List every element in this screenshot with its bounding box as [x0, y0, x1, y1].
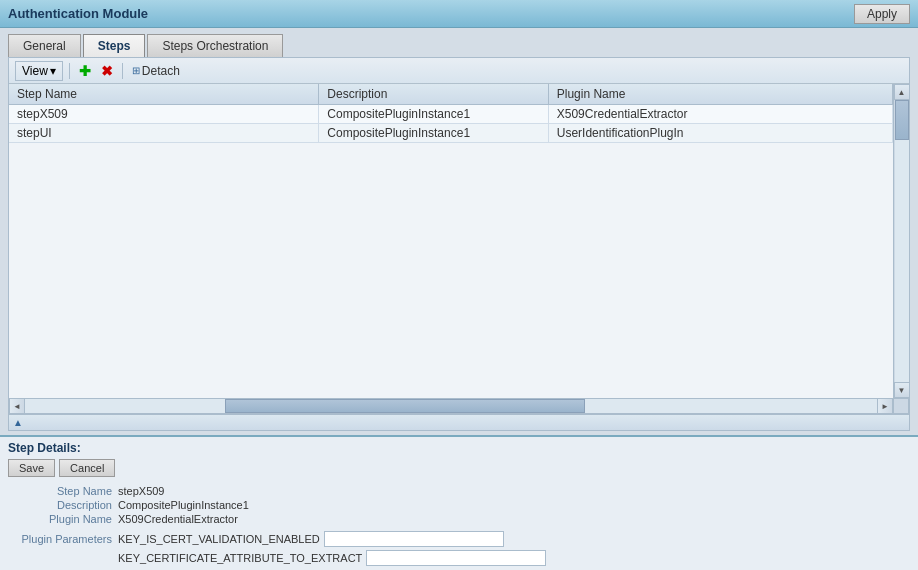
- param-input-1[interactable]: [366, 550, 546, 566]
- col-plugin-name: Plugin Name: [548, 84, 892, 105]
- scroll-down-arrow[interactable]: ▼: [894, 382, 910, 398]
- horizontal-scrollbar[interactable]: ◄ ►: [9, 398, 893, 414]
- plugin-name-value: X509CredentialExtractor: [118, 513, 238, 525]
- table-area: Step Name Description Plugin Name stepX5…: [9, 84, 909, 398]
- cell-step-name: stepX509: [9, 105, 319, 124]
- vertical-scrollbar[interactable]: ▲ ▼: [893, 84, 909, 398]
- scroll-track: [895, 100, 909, 382]
- cell-description: CompositePluginInstance1: [319, 105, 548, 124]
- expand-bar[interactable]: ▲: [9, 414, 909, 430]
- detail-fields: Step Name stepX509 Description Composite…: [8, 485, 910, 566]
- plugin-params-row: Plugin Parameters KEY_IS_CERT_VALIDATION…: [8, 531, 910, 566]
- horiz-scroll-thumb[interactable]: [225, 399, 585, 413]
- tab-general[interactable]: General: [8, 34, 81, 57]
- description-row: Description CompositePluginInstance1: [8, 499, 910, 511]
- table-toolbar: View ▾ ✚ ✖ ⊞ Detach: [9, 58, 909, 84]
- plugin-name-label: Plugin Name: [8, 513, 118, 525]
- scroll-right-arrow[interactable]: ►: [877, 398, 893, 414]
- col-description: Description: [319, 84, 548, 105]
- step-details-header: Step Details:: [8, 441, 910, 455]
- scroll-up-arrow[interactable]: ▲: [894, 84, 910, 100]
- col-step-name: Step Name: [9, 84, 319, 105]
- detach-button[interactable]: ⊞ Detach: [129, 63, 183, 79]
- cell-step-name: stepUI: [9, 124, 319, 143]
- step-details-panel: Step Details: Save Cancel Step Name step…: [0, 435, 918, 570]
- step-name-value: stepX509: [118, 485, 164, 497]
- bottom-scroll-area: ◄ ►: [9, 398, 909, 414]
- expand-icon: ▲: [13, 417, 23, 428]
- step-name-label: Step Name: [8, 485, 118, 497]
- chevron-down-icon: ▾: [50, 64, 56, 78]
- param-key-1: KEY_CERTIFICATE_ATTRIBUTE_TO_EXTRACT: [118, 552, 362, 564]
- cell-plugin-name: UserIdentificationPlugIn: [548, 124, 892, 143]
- detach-icon: ⊞: [132, 65, 140, 76]
- add-button[interactable]: ✚: [76, 62, 94, 80]
- detail-buttons: Save Cancel: [8, 459, 910, 477]
- step-name-row: Step Name stepX509: [8, 485, 910, 497]
- param-row-0: KEY_IS_CERT_VALIDATION_ENABLED: [118, 531, 546, 547]
- scroll-left-arrow[interactable]: ◄: [9, 398, 25, 414]
- toolbar-separator-2: [122, 63, 123, 79]
- description-value: CompositePluginInstance1: [118, 499, 249, 511]
- param-rows: KEY_IS_CERT_VALIDATION_ENABLED KEY_CERTI…: [118, 531, 546, 566]
- save-button[interactable]: Save: [8, 459, 55, 477]
- tab-steps-orchestration[interactable]: Steps Orchestration: [147, 34, 283, 57]
- scroll-thumb[interactable]: [895, 100, 909, 140]
- window-title: Authentication Module: [8, 6, 148, 21]
- table-row[interactable]: stepX509 CompositePluginInstance1 X509Cr…: [9, 105, 893, 124]
- tabs-bar: General Steps Steps Orchestration: [0, 28, 918, 57]
- add-icon: ✚: [79, 63, 91, 79]
- table-row[interactable]: stepUI CompositePluginInstance1 UserIden…: [9, 124, 893, 143]
- delete-icon: ✖: [101, 63, 113, 79]
- param-input-0[interactable]: [324, 531, 504, 547]
- cell-plugin-name: X509CredentialExtractor: [548, 105, 892, 124]
- description-label: Description: [8, 499, 118, 511]
- toolbar-separator: [69, 63, 70, 79]
- tab-steps[interactable]: Steps: [83, 34, 146, 57]
- cell-description: CompositePluginInstance1: [319, 124, 548, 143]
- table-scroll[interactable]: Step Name Description Plugin Name stepX5…: [9, 84, 893, 398]
- plugin-name-row: Plugin Name X509CredentialExtractor: [8, 513, 910, 525]
- param-key-0: KEY_IS_CERT_VALIDATION_ENABLED: [118, 533, 320, 545]
- horiz-scroll-track: [25, 399, 877, 413]
- plugin-params-label: Plugin Parameters: [8, 531, 118, 545]
- cancel-button[interactable]: Cancel: [59, 459, 115, 477]
- param-row-1: KEY_CERTIFICATE_ATTRIBUTE_TO_EXTRACT: [118, 550, 546, 566]
- view-button[interactable]: View ▾: [15, 61, 63, 81]
- scroll-corner: [893, 398, 909, 414]
- steps-table: Step Name Description Plugin Name stepX5…: [9, 84, 893, 143]
- apply-button[interactable]: Apply: [854, 4, 910, 24]
- delete-button[interactable]: ✖: [98, 62, 116, 80]
